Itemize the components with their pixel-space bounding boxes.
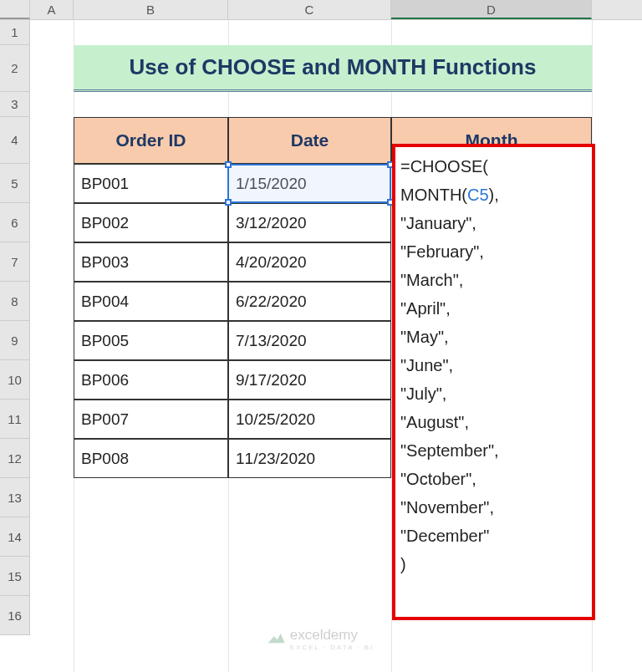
watermark-chart-icon	[268, 633, 285, 646]
cell-date[interactable]: 4/20/2020	[228, 242, 391, 282]
formula-line: "December"	[400, 522, 587, 550]
row-header-15[interactable]: 15	[0, 557, 30, 596]
cell-orderid[interactable]: BP004	[74, 282, 228, 321]
formula-line: "October",	[400, 465, 587, 493]
cell-date[interactable]: 11/23/2020	[228, 439, 391, 478]
col-header-A[interactable]: A	[30, 0, 74, 19]
row-header-3[interactable]: 3	[0, 92, 30, 117]
header-date[interactable]: Date	[228, 117, 391, 164]
spreadsheet-view: A B C D 1 2 3 4 5 6 7 8 9 10 11 12 13 14…	[0, 0, 642, 672]
cell-orderid[interactable]: BP006	[74, 360, 228, 400]
formula-line: "May",	[400, 323, 587, 351]
row-header-6[interactable]: 6	[0, 203, 30, 242]
column-headers: A B C D	[0, 0, 642, 20]
row-header-1[interactable]: 1	[0, 20, 30, 45]
formula-line: "January",	[400, 209, 587, 237]
row-header-5[interactable]: 5	[0, 164, 30, 203]
row-header-11[interactable]: 11	[0, 400, 30, 439]
cell-date[interactable]: 9/17/2020	[228, 360, 391, 400]
row-header-14[interactable]: 14	[0, 517, 30, 557]
header-order-id[interactable]: Order ID	[74, 117, 228, 164]
row-header-7[interactable]: 7	[0, 242, 30, 282]
cell-orderid[interactable]: BP007	[74, 400, 228, 439]
row-header-2[interactable]: 2	[0, 45, 30, 92]
row-header-4[interactable]: 4	[0, 117, 30, 164]
select-all-corner[interactable]	[0, 0, 30, 19]
watermark-sub: EXCEL · DATA · BI	[290, 644, 374, 651]
title-merged-cell[interactable]: Use of CHOOSE and MONTH Functions	[74, 45, 592, 92]
row-header-10[interactable]: 10	[0, 360, 30, 400]
formula-line: "August",	[400, 408, 587, 436]
formula-line: =CHOOSE(	[400, 152, 587, 181]
formula-line: "September",	[400, 436, 587, 465]
cell-date[interactable]: 7/13/2020	[228, 321, 391, 360]
cell-orderid[interactable]: BP002	[74, 203, 228, 242]
formula-line: "March",	[400, 266, 587, 294]
row-header-13[interactable]: 13	[0, 478, 30, 517]
cell-date[interactable]: 10/25/2020	[228, 400, 391, 439]
formula-line: "July",	[400, 379, 587, 408]
cell-date[interactable]: 3/12/2020	[228, 203, 391, 242]
formula-line: )	[400, 550, 587, 578]
row-header-16[interactable]: 16	[0, 596, 30, 635]
formula-line: "February",	[400, 237, 587, 266]
formula-text: MONTH(	[400, 186, 467, 204]
formula-edit-cell[interactable]: =CHOOSE( MONTH(C5), "January", "February…	[392, 144, 595, 620]
col-header-C[interactable]: C	[228, 0, 391, 19]
formula-line: "November",	[400, 493, 587, 522]
watermark: exceldemy EXCEL · DATA · BI	[268, 627, 374, 651]
formula-cell-ref: C5	[467, 186, 489, 204]
formula-line: "April",	[400, 294, 587, 323]
cell-orderid[interactable]: BP001	[74, 164, 228, 203]
watermark-name: exceldemy	[290, 627, 374, 644]
cell-orderid[interactable]: BP003	[74, 242, 228, 282]
col-header-B[interactable]: B	[74, 0, 228, 19]
cell-orderid[interactable]: BP008	[74, 439, 228, 478]
cell-date[interactable]: 6/22/2020	[228, 282, 391, 321]
cell-date[interactable]: 1/15/2020	[228, 164, 391, 203]
row-header-12[interactable]: 12	[0, 439, 30, 478]
cell-orderid[interactable]: BP005	[74, 321, 228, 360]
row-headers: 1 2 3 4 5 6 7 8 9 10 11 12 13 14 15 16	[0, 20, 30, 635]
formula-line: "June",	[400, 351, 587, 379]
formula-line: MONTH(C5),	[400, 181, 587, 209]
formula-text: ),	[489, 186, 499, 204]
col-header-D[interactable]: D	[391, 0, 592, 19]
row-header-8[interactable]: 8	[0, 282, 30, 321]
row-header-9[interactable]: 9	[0, 321, 30, 360]
